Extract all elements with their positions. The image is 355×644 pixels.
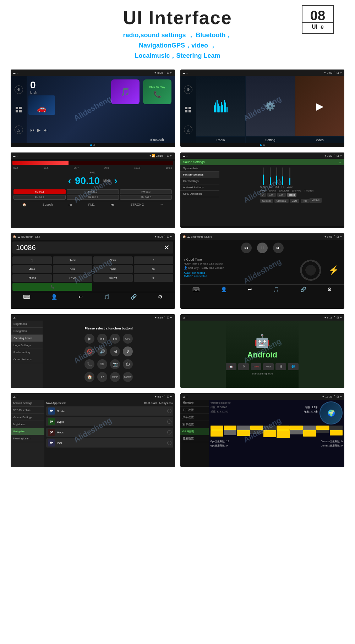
keypad-icon-2[interactable]: ⌨: [192, 287, 200, 292]
fm1-btn[interactable]: FM1: [88, 203, 95, 206]
backspace-btn[interactable]: ✕: [164, 243, 170, 252]
home-icon-2[interactable]: △: [184, 126, 192, 134]
nav-volume-settings[interactable]: Volume Settings: [11, 414, 44, 421]
home-icon[interactable]: △: [15, 126, 23, 134]
radio-tile[interactable]: [196, 76, 245, 136]
preset-jazz[interactable]: Jazz: [290, 199, 299, 203]
key-6[interactable]: 6MNO: [93, 265, 133, 273]
sys-car[interactable]: 原车设置: [180, 414, 209, 421]
next-btn[interactable]: ⏭: [111, 203, 114, 206]
call-btn[interactable]: 📞: [12, 283, 92, 291]
strong-btn[interactable]: STRONG: [130, 203, 144, 206]
android-settings-item[interactable]: Android Settings: [180, 184, 219, 191]
music-icon-bt[interactable]: 🎵: [104, 294, 110, 300]
home-btn[interactable]: 🏠: [22, 203, 26, 206]
mode-rock[interactable]: Rock: [287, 193, 296, 197]
logo-audi[interactable]: AUDI: [263, 363, 274, 370]
steer-mode[interactable]: MODE: [123, 372, 133, 382]
preset-custom[interactable]: Custom: [260, 199, 273, 203]
nav-brightness[interactable]: Brightness: [11, 421, 44, 428]
music-tile[interactable]: 🎵: [111, 79, 140, 104]
logo-haval[interactable]: HAVAL: [251, 363, 261, 370]
setting-label[interactable]: Setting: [246, 137, 295, 143]
steer-back[interactable]: ↩: [97, 372, 107, 382]
preset-1[interactable]: FM 90.1: [13, 189, 66, 194]
steer-mic[interactable]: 🎙: [123, 346, 133, 356]
preset-4[interactable]: FM 98.3: [13, 195, 66, 200]
gps-detection-item[interactable]: GPS Detection: [180, 191, 219, 197]
car-settings-item[interactable]: Car Settings: [180, 178, 219, 184]
preset-3[interactable]: FM 95.3: [120, 189, 172, 194]
nav-steering-learn[interactable]: Steering Learn: [11, 435, 44, 442]
mode-0[interactable]: 0°: [260, 193, 266, 197]
key-8[interactable]: 8TUV: [53, 274, 92, 282]
mode-2[interactable]: 1.0F: [277, 193, 286, 197]
logo-settings-item[interactable]: Logo Settings: [11, 342, 43, 349]
steer-call[interactable]: 📞: [84, 359, 94, 369]
system-info-item[interactable]: System Info: [180, 165, 219, 172]
key-5[interactable]: 5JKL: [53, 265, 92, 273]
navi-app-igo[interactable]: 🗺 IGO: [46, 438, 173, 448]
steer-eye[interactable]: 👁: [97, 359, 107, 369]
maps-radio[interactable]: [167, 430, 171, 434]
settings-icon[interactable]: ⚙: [15, 85, 23, 94]
preset-2[interactable]: FM 92.0: [67, 189, 119, 194]
preset-classical[interactable]: Classical: [274, 199, 289, 203]
grid-icon-2[interactable]: [185, 107, 191, 112]
logo-android[interactable]: ⚙: [238, 363, 249, 370]
grid-icon[interactable]: [16, 107, 22, 112]
prev-btn[interactable]: ⏮: [69, 203, 72, 206]
nav-navigation[interactable]: Navigation: [11, 428, 44, 435]
key-2[interactable]: 2ABC: [53, 256, 92, 264]
back-btn[interactable]: ↩: [160, 203, 163, 206]
steer-power[interactable]: ⏻: [123, 359, 133, 369]
key-1[interactable]: 1: [12, 256, 52, 264]
settings-icon-2[interactable]: ⚙: [184, 85, 192, 94]
steer-prev[interactable]: ⏮: [97, 334, 107, 344]
steer-gps[interactable]: GPS: [123, 334, 133, 344]
sys-volume[interactable]: 音量设置: [180, 435, 209, 442]
sys-system-info[interactable]: 系统信息: [180, 400, 209, 407]
navitel-radio[interactable]: [167, 409, 171, 413]
key-9[interactable]: 9WXYZ: [93, 274, 133, 282]
brightness-item[interactable]: Brightness: [11, 321, 43, 328]
logo-honda[interactable]: H: [275, 363, 286, 370]
bt-next[interactable]: ⏭: [273, 243, 284, 253]
logo-robot[interactable]: 🤖: [226, 363, 236, 370]
key-4[interactable]: 4GHI: [12, 265, 52, 273]
steer-disp[interactable]: DISP: [110, 372, 120, 382]
steer-play[interactable]: ▶: [84, 334, 94, 344]
preset-5[interactable]: FM 102.2: [67, 195, 119, 200]
navi-app-maps[interactable]: 🗺 Maps: [46, 428, 173, 437]
other-settings-item[interactable]: Other Settings: [11, 356, 43, 363]
settings-tile[interactable]: ⚙️: [246, 76, 295, 136]
steer-mute[interactable]: 🚫: [84, 346, 94, 356]
link-icon-2[interactable]: 🔗: [300, 287, 306, 292]
bt-settings-icon[interactable]: ⚙: [158, 294, 163, 300]
preset-6[interactable]: FM 103.6: [120, 195, 172, 200]
recent-icon-2[interactable]: ↩: [248, 287, 252, 292]
contacts-icon[interactable]: 👤: [51, 294, 57, 300]
sygic-radio[interactable]: [167, 420, 171, 424]
navi-app-sygic[interactable]: 🗺 Sygic: [46, 417, 173, 426]
sys-gps[interactable]: GPS检测: [180, 428, 209, 435]
radio-setting-item[interactable]: Radio setting: [11, 349, 43, 356]
bt-pause[interactable]: ⏸: [257, 243, 268, 253]
recent-icon[interactable]: ↩: [78, 294, 83, 300]
sys-factory[interactable]: 工厂设置: [180, 407, 209, 414]
steer-vol-down[interactable]: ◀: [110, 346, 120, 356]
link-icon[interactable]: 🔗: [131, 294, 137, 300]
phone-tile[interactable]: Click To Play 📞: [143, 79, 171, 104]
default-btn[interactable]: Default: [310, 198, 322, 203]
igo-radio[interactable]: [167, 441, 171, 445]
music-icon-bt2[interactable]: 🎵: [273, 287, 279, 292]
mode-1[interactable]: 1.0F: [267, 193, 276, 197]
key-hash[interactable]: #: [134, 274, 173, 282]
nav-android-settings[interactable]: Android Settings: [11, 400, 44, 407]
video-label[interactable]: video: [295, 137, 344, 143]
steer-vol-up[interactable]: 🔊: [97, 346, 107, 356]
sys-android[interactable]: 安卓设置: [180, 421, 209, 428]
steer-home[interactable]: 🏠: [84, 372, 94, 382]
contacts-icon-2[interactable]: 👤: [221, 287, 227, 292]
keypad-icon[interactable]: ⌨: [23, 294, 30, 300]
